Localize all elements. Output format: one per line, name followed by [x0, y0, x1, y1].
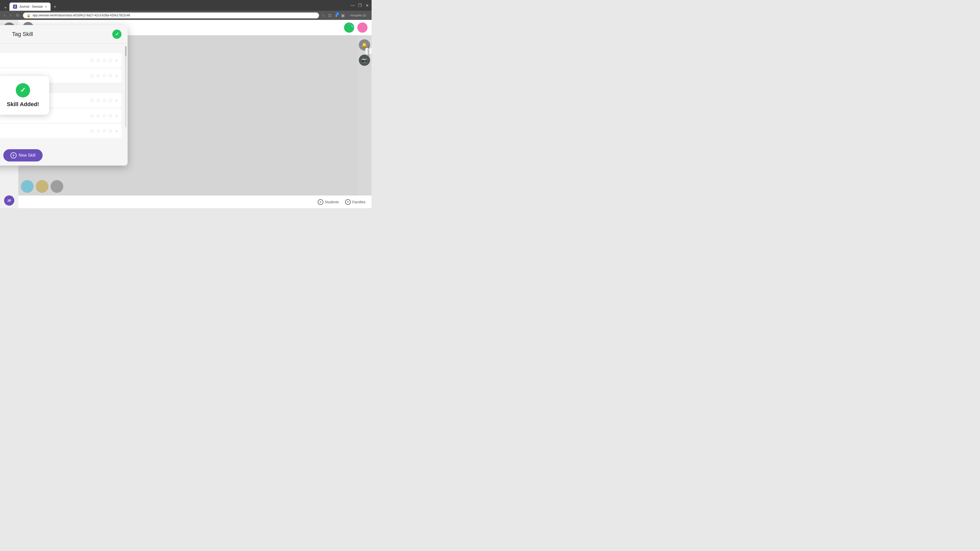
new-tab-btn[interactable]: +	[52, 3, 59, 11]
scrollbar-thumb[interactable]	[125, 46, 127, 56]
tab-close-btn[interactable]: ×	[45, 5, 47, 9]
star-5-2[interactable]: ☆	[96, 128, 100, 134]
star-5-4[interactable]: ☆	[108, 128, 113, 134]
jp-avatar[interactable]: JP	[4, 195, 14, 206]
recents-label: Recents	[0, 44, 121, 53]
star-2-4[interactable]: ☆	[108, 73, 113, 79]
skill-name-2: Reading Comprehension (4.ELA.2)	[0, 71, 90, 76]
window-controls: — ❐ ✕	[351, 3, 369, 7]
star-4-4[interactable]: ☆	[108, 113, 113, 119]
skill-name-1: Drawing	[0, 56, 90, 60]
families-label: Families	[352, 200, 366, 204]
toast-message: Skill Added!	[7, 101, 39, 108]
star-3-2[interactable]: ☆	[96, 97, 100, 103]
toast-check-icon: ✓	[16, 83, 30, 97]
students-btn[interactable]: + Students	[318, 199, 339, 205]
settings-icon[interactable]: 🔧	[348, 22, 354, 28]
maximize-btn[interactable]: ❐	[358, 3, 362, 7]
skill-added-toast: ✓ Skill Added!	[0, 76, 49, 115]
modal-title: Tag Skill	[0, 31, 112, 38]
bell-icon: 🔔	[362, 42, 367, 48]
confirm-check-icon: ✓	[115, 32, 119, 37]
close-btn[interactable]: ✕	[365, 3, 369, 7]
minimize-btn[interactable]: —	[351, 3, 355, 7]
star-5-3[interactable]: ☆	[102, 128, 107, 134]
skill-grade-4: Grade All	[0, 116, 90, 120]
download-icon[interactable]: ⬇ 8	[334, 13, 338, 18]
content-tools	[21, 180, 63, 193]
skill-item-drawing-recent[interactable]: Drawing Grade 12 ☆ ☆ ☆ ☆ ›	[0, 53, 121, 67]
forward-btn[interactable]: ›	[9, 13, 12, 18]
students-plus-icon: +	[318, 199, 323, 205]
star-2-2[interactable]: ☆	[96, 73, 100, 79]
tool-icon-1	[21, 180, 34, 193]
sidebar-bottom: JP	[4, 195, 14, 206]
families-btn[interactable]: + Families	[345, 199, 366, 205]
browser-tabs: ▾ S Journal - Seesaw × +	[3, 0, 58, 11]
skill-stars-4[interactable]: ☆ ☆ ☆ ☆	[90, 113, 113, 119]
star-1-3[interactable]: ☆	[102, 57, 107, 63]
url-bar[interactable]: 🔒 app.seesaw.me/#/class/class.e01bf4c2-9…	[23, 13, 319, 18]
skill-stars-3[interactable]: ☆ ☆ ☆ ☆	[90, 97, 113, 103]
sidebar-toggle-icon[interactable]: ▣	[341, 13, 345, 18]
extensions-icon[interactable]: ⊡	[328, 13, 331, 18]
scrollbar-track	[125, 46, 127, 127]
students-label: Students	[325, 200, 339, 204]
skill-grade-5: English - Grade 7	[0, 131, 90, 135]
modal-confirm-btn[interactable]: ✓	[112, 30, 121, 39]
skill-chevron-2[interactable]: ›	[116, 73, 118, 78]
skill-chevron-1[interactable]: ›	[116, 58, 118, 63]
skill-chevron-4[interactable]: ›	[116, 113, 118, 118]
star-1-2[interactable]: ☆	[96, 57, 100, 63]
skill-stars-5[interactable]: ☆ ☆ ☆ ☆	[90, 128, 113, 134]
skill-info-5: Creativity (4.ELS.1) English - Grade 7	[0, 127, 90, 135]
new-skill-label: New Skill	[19, 153, 35, 158]
back-btn[interactable]: ‹	[3, 13, 6, 18]
notifications-text: otifications	[367, 46, 370, 57]
new-skill-plus-icon: +	[11, 152, 17, 159]
tab-switcher[interactable]: ▾	[3, 5, 8, 11]
skill-stars-1[interactable]: ☆ ☆ ☆ ☆	[90, 57, 113, 63]
bookmark-icon[interactable]: ☆	[321, 13, 325, 18]
skill-chevron-3[interactable]: ›	[116, 98, 118, 103]
notification-label-btn[interactable]: otifications	[366, 48, 372, 54]
star-4-3[interactable]: ☆	[102, 113, 107, 119]
skill-chevron-5[interactable]: ›	[116, 128, 118, 134]
star-2-1[interactable]: ☆	[90, 73, 94, 79]
browser-chrome: ▾ S Journal - Seesaw × + — ❐ ✕	[0, 0, 372, 11]
skill-grade-1: Grade 12	[0, 60, 90, 64]
star-1-4[interactable]: ☆	[108, 57, 113, 63]
active-tab[interactable]: S Journal - Seesaw ×	[10, 3, 51, 11]
star-5-1[interactable]: ☆	[90, 128, 94, 134]
modal-footer: + New Skill	[0, 145, 127, 165]
pink-action-btn[interactable]	[357, 22, 368, 33]
star-3-4[interactable]: ☆	[108, 97, 113, 103]
skill-stars-2[interactable]: ☆ ☆ ☆ ☆	[90, 73, 113, 79]
nav-right-icons	[344, 22, 368, 33]
refresh-btn[interactable]: ↻	[15, 13, 21, 18]
star-4-1[interactable]: ☆	[90, 113, 94, 119]
address-icons: ☆ ⊡ ⬇ 8 ▣ Incognito (2)	[321, 13, 369, 18]
star-3-3[interactable]: ☆	[102, 97, 107, 103]
skill-item-creativity-all[interactable]: Creativity (4.ELS.1) English - Grade 7 ☆…	[0, 124, 121, 138]
url-text: app.seesaw.me/#/class/class.e01bf4c2-9a2…	[33, 14, 315, 17]
incognito-badge: Incognito (2)	[348, 13, 369, 17]
tool-icon-2	[36, 180, 48, 193]
tool-icon-3	[51, 180, 63, 193]
tab-favicon: S	[13, 5, 17, 9]
star-4-2[interactable]: ☆	[96, 113, 100, 119]
new-skill-btn[interactable]: + New Skill	[3, 149, 43, 162]
families-plus-icon: +	[345, 199, 351, 205]
camera-icon: 📷	[362, 57, 367, 63]
star-3-1[interactable]: ☆	[90, 97, 94, 103]
toast-check-symbol: ✓	[20, 86, 26, 94]
skill-info-1: Drawing Grade 12	[0, 56, 90, 64]
lock-icon: 🔒	[27, 14, 30, 17]
bottom-bar: + Students + Families	[18, 195, 372, 208]
star-2-3[interactable]: ☆	[102, 73, 107, 79]
modal-header: ✕ Tag Skill ✓	[0, 25, 127, 43]
star-1-1[interactable]: ☆	[90, 57, 94, 63]
address-bar: ‹ › ↻ 🔒 app.seesaw.me/#/class/class.e01b…	[0, 11, 372, 20]
skill-name-5: Creativity (4.ELS.1)	[0, 127, 90, 131]
tab-title: Journal - Seesaw	[19, 5, 43, 8]
